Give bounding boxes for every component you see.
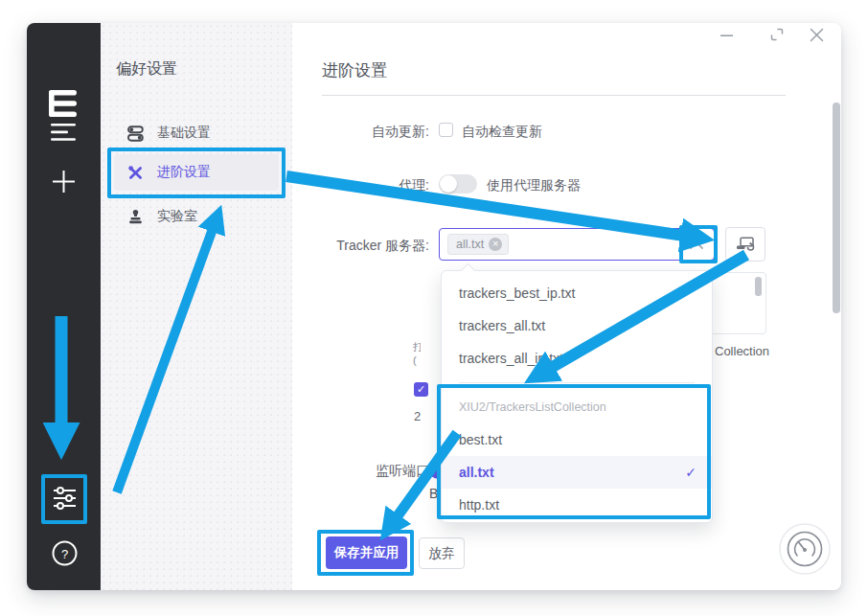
interval-text-fragment: 2 [414, 409, 425, 423]
page-title: 进阶设置 [322, 59, 387, 81]
dropdown-option[interactable]: http.txt✓ [442, 489, 712, 521]
sidebar-item-basic-settings[interactable]: 基础设置 [114, 115, 279, 151]
sidebar-item-advanced-settings[interactable]: 进阶设置 [114, 154, 279, 191]
sync-tracker-button[interactable] [725, 227, 765, 262]
helper-text-fragment-2: ( [413, 354, 421, 367]
chevron-up-icon[interactable] [687, 239, 706, 252]
toggle-pill [429, 461, 441, 479]
sidebar-item-lab[interactable]: 实验室 [114, 198, 279, 235]
trackerslist-link-fragment[interactable]: Collection [715, 344, 769, 358]
listen-port-label: 监听端口 [287, 463, 429, 480]
minimize-button[interactable] [720, 29, 734, 42]
tracker-dropdown: trackers_best_ip.txt trackers_all.txt tr… [441, 270, 713, 523]
close-button[interactable] [809, 27, 825, 43]
lab-stamp-icon [127, 209, 144, 225]
preferences-title: 偏好设置 [116, 59, 177, 80]
preferences-panel: 偏好设置 基础设置 进阶设置 [101, 23, 292, 590]
auto-update-checkbox[interactable] [439, 123, 453, 137]
app-sidebar: ? [27, 23, 101, 590]
motrix-logo-icon [49, 90, 78, 117]
add-task-icon[interactable] [52, 170, 76, 194]
tools-icon [127, 165, 144, 181]
tracker-select-input[interactable]: all.txt× [439, 228, 715, 261]
tracker-server-label: Tracker 服务器: [287, 238, 429, 255]
sync-checkbox-fragment[interactable]: ✓ [414, 382, 428, 397]
dropdown-option[interactable]: trackers_all_ip.txt [442, 342, 712, 375]
helper-text-fragment-1: 打 [413, 340, 421, 353]
toggle-knob [440, 175, 457, 193]
discard-button[interactable]: 放弃 [419, 537, 465, 569]
proxy-toggle[interactable] [439, 174, 477, 194]
port-text-fragment: B [429, 486, 438, 501]
dropdown-group-list: best.txt✓ all.txt✓ http.txt✓ [442, 423, 712, 521]
save-and-apply-button[interactable]: 保存并应用 [326, 536, 407, 569]
tracker-tag: all.txt× [447, 234, 509, 255]
dropdown-divider [459, 382, 695, 383]
textarea-scrollbar-thumb[interactable] [755, 277, 762, 296]
tag-close-icon[interactable]: × [489, 238, 502, 251]
task-list-icon[interactable] [51, 123, 76, 142]
toggles-icon [127, 125, 144, 142]
dropdown-option[interactable]: trackers_best_ip.txt [442, 277, 712, 309]
preferences-sliders-icon[interactable] [53, 486, 77, 511]
title-divider [322, 95, 786, 96]
dropdown-option[interactable]: trackers_all.txt [442, 309, 712, 342]
listen-port-toggle-fragment[interactable] [429, 460, 441, 480]
help-glyph: ? [61, 547, 68, 561]
sidebar-item-label: 进阶设置 [157, 164, 211, 181]
dropdown-option[interactable]: all.txt✓ [442, 456, 712, 489]
sidebar-item-label: 实验室 [157, 208, 197, 225]
auto-update-label: 自动更新: [287, 124, 429, 141]
dropdown-list: trackers_best_ip.txt trackers_all.txt tr… [442, 277, 712, 375]
proxy-option-label: 使用代理服务器 [487, 177, 581, 194]
main-scrollbar-thumb[interactable] [833, 103, 840, 313]
check-icon: ✓ [685, 456, 697, 489]
dropdown-option[interactable]: best.txt✓ [442, 423, 712, 456]
proxy-label: 代理: [287, 177, 429, 194]
dropdown-group-label: XIU2/TrackersListCollection [442, 391, 712, 423]
tracker-tag-text: all.txt [456, 238, 484, 251]
maximize-button[interactable] [769, 27, 785, 42]
help-icon[interactable]: ? [52, 540, 78, 566]
auto-update-option-label: 自动检查更新 [462, 124, 542, 141]
tracker-textarea[interactable] [709, 272, 766, 334]
speed-gauge-fab[interactable] [778, 522, 832, 576]
sidebar-item-label: 基础设置 [157, 125, 211, 142]
